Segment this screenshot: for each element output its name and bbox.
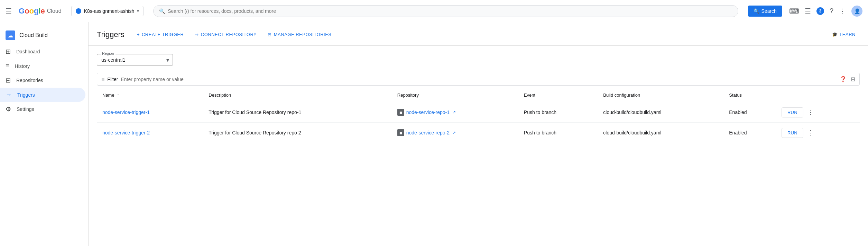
cell-event-1: Push to branch	[518, 123, 598, 143]
col-name[interactable]: Name ↑	[97, 88, 203, 102]
cell-actions-0: RUN ⋮	[776, 102, 860, 123]
triggers-icon: →	[6, 91, 12, 98]
filter-actions: ❓ ⊟	[840, 76, 855, 82]
dashboard-icon: ⊞	[6, 48, 11, 55]
sidebar-item-history[interactable]: ≡ History	[0, 59, 85, 73]
repo-link-0[interactable]: node-service-repo-1	[406, 109, 450, 115]
more-options-button-1[interactable]: ⋮	[805, 128, 816, 138]
search-icon: 🔍	[159, 8, 165, 14]
sidebar-header: ☁ Cloud Build	[0, 25, 88, 44]
cell-actions-1: RUN ⋮	[776, 123, 860, 143]
main-content: Triggers + CREATE TRIGGER ⇒ CONNECT REPO…	[89, 22, 868, 246]
region-selector[interactable]: Region us-central1 ▾	[97, 54, 173, 66]
cloud-build-icon: ☁	[6, 30, 15, 40]
project-selector[interactable]: K8s-assignment-ashish ▾	[71, 6, 144, 16]
cell-repository-1: ◼ node-service-repo-2 ↗	[392, 123, 518, 143]
connect-repo-icon: ⇒	[195, 32, 199, 37]
triggers-table: Name ↑ Description Repository Event	[97, 88, 860, 143]
learn-label: LEARN	[840, 32, 856, 37]
col-repository: Repository	[392, 88, 518, 102]
sidebar: ☁ Cloud Build ⊞ Dashboard ≡ History ⊟ Re…	[0, 22, 89, 246]
cell-description-1: Trigger for Cloud Source Repository repo…	[203, 123, 392, 143]
search-button-label: Search	[761, 8, 777, 14]
topbar-icons: ⌨ ☰ 3 ? ⋮ 👤	[789, 6, 862, 17]
notification-badge[interactable]: 3	[816, 7, 824, 15]
filter-label: Filter	[107, 77, 118, 82]
create-trigger-button[interactable]: + CREATE TRIGGER	[133, 29, 188, 40]
help-icon[interactable]: ?	[830, 7, 833, 15]
filter-help-icon[interactable]: ❓	[840, 76, 847, 82]
region-chevron-icon: ▾	[166, 57, 169, 63]
run-button-1[interactable]: RUN	[782, 128, 803, 138]
create-trigger-icon: +	[137, 32, 140, 37]
col-event: Event	[518, 88, 598, 102]
filter-view-icon[interactable]: ⊟	[851, 76, 855, 82]
region-value: us-central1	[101, 57, 125, 63]
cell-description-0: Trigger for Cloud Source Repository repo…	[203, 102, 392, 123]
cell-name-1: node-service-trigger-2	[97, 123, 203, 143]
repo-icon-0: ◼	[397, 109, 404, 116]
external-link-icon-0: ↗	[452, 110, 456, 115]
sidebar-product-name: Cloud Build	[19, 32, 48, 38]
col-build-config: Build configuration	[598, 88, 723, 102]
project-icon	[76, 8, 81, 14]
sidebar-item-label-history: History	[15, 63, 30, 69]
region-label: Region	[101, 51, 116, 55]
sort-asc-icon: ↑	[117, 93, 119, 98]
cell-build-config-0: cloud-build/cloudbuild.yaml	[598, 102, 723, 123]
main-layout: ☁ Cloud Build ⊞ Dashboard ≡ History ⊟ Re…	[0, 22, 868, 246]
col-status: Status	[723, 88, 776, 102]
filter-input[interactable]	[121, 77, 837, 82]
cell-name-0: node-service-trigger-1	[97, 102, 203, 123]
content-area: Region us-central1 ▾ ≡ Filter ❓ ⊟	[89, 46, 868, 151]
history-icon: ≡	[6, 62, 9, 70]
repo-link-1[interactable]: node-service-repo-2	[406, 130, 450, 135]
manage-repositories-button[interactable]: ⊟ MANAGE REPOSITORIES	[264, 29, 335, 40]
more-options-button-0[interactable]: ⋮	[805, 107, 816, 117]
manage-repos-icon: ⊟	[268, 32, 272, 37]
trigger-name-link-1[interactable]: node-service-trigger-2	[102, 130, 150, 135]
cell-status-1: Enabled	[723, 123, 776, 143]
repo-icon-1: ◼	[397, 129, 404, 136]
cell-repository-0: ◼ node-service-repo-1 ↗	[392, 102, 518, 123]
topbar: ☰ Google Cloud K8s-assignment-ashish ▾ 🔍…	[0, 0, 868, 22]
google-logo: Google	[19, 7, 45, 16]
sidebar-item-dashboard[interactable]: ⊞ Dashboard	[0, 44, 85, 59]
cell-status-0: Enabled	[723, 102, 776, 123]
hamburger-menu[interactable]: ☰	[6, 7, 12, 15]
sidebar-item-label-settings: Settings	[17, 106, 34, 112]
external-link-icon-1: ↗	[452, 130, 456, 135]
trigger-name-link-0[interactable]: node-service-trigger-1	[102, 109, 150, 115]
more-options-icon[interactable]: ⋮	[839, 7, 846, 15]
project-chevron-icon: ▾	[137, 9, 139, 14]
connect-repository-button[interactable]: ⇒ CONNECT REPOSITORY	[191, 29, 261, 40]
settings-nav-icon: ⚙	[6, 105, 11, 113]
sidebar-item-settings[interactable]: ⚙ Settings	[0, 102, 85, 116]
sidebar-item-repositories[interactable]: ⊟ Repositories	[0, 73, 85, 88]
filter-icon: ≡	[101, 76, 104, 82]
search-button[interactable]: 🔍 Search	[748, 6, 782, 17]
search-bar: 🔍	[153, 5, 738, 17]
google-cloud-logo: Google Cloud	[19, 7, 62, 16]
table-header-row: Name ↑ Description Repository Event	[97, 88, 860, 102]
search-input[interactable]	[168, 8, 732, 14]
connect-repo-label: CONNECT REPOSITORY	[201, 32, 257, 37]
sidebar-item-label-dashboard: Dashboard	[16, 49, 40, 54]
run-button-0[interactable]: RUN	[782, 107, 803, 117]
cloud-text: Cloud	[47, 8, 62, 14]
learn-button[interactable]: 🎓 LEARN	[828, 29, 860, 40]
user-avatar[interactable]: 👤	[851, 6, 862, 17]
manage-repos-label: MANAGE REPOSITORIES	[274, 32, 332, 37]
sidebar-item-label-repositories: Repositories	[16, 78, 43, 83]
header-actions: + CREATE TRIGGER ⇒ CONNECT REPOSITORY ⊟ …	[133, 29, 336, 40]
search-button-icon: 🔍	[754, 8, 759, 14]
cell-build-config-1: cloud-build/cloudbuild.yaml	[598, 123, 723, 143]
terminal-icon[interactable]: ⌨	[789, 7, 799, 15]
learn-icon: 🎓	[832, 32, 838, 37]
settings-icon[interactable]: ☰	[805, 7, 811, 15]
table-row: node-service-trigger-2 Trigger for Cloud…	[97, 123, 860, 143]
col-actions	[776, 88, 860, 102]
page-header: Triggers + CREATE TRIGGER ⇒ CONNECT REPO…	[89, 22, 868, 46]
page-title: Triggers	[97, 30, 124, 39]
sidebar-item-triggers[interactable]: → Triggers	[0, 88, 85, 102]
